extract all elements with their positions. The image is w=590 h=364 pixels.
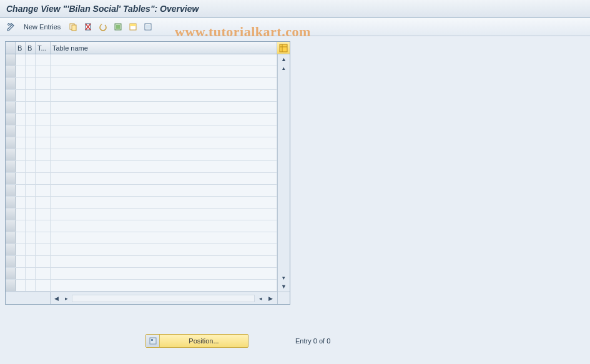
row-selector[interactable] [6,244,16,255]
cell-b2[interactable] [26,173,36,184]
cell-b2[interactable] [26,78,36,89]
cell-b1[interactable] [16,173,26,184]
scroll-right-button[interactable]: ▶ [266,294,275,303]
cell-t[interactable] [36,78,51,89]
cell-b2[interactable] [26,125,36,137]
toggle-display-change-button[interactable] [5,21,17,33]
copy-as-button[interactable] [67,21,79,33]
horizontal-scrollbar[interactable]: ◀ ▸ ◂ ▶ [51,292,277,304]
cell-b2[interactable] [26,256,36,267]
scroll-up-step-button[interactable]: ▴ [280,64,288,72]
cell-b2[interactable] [26,102,36,113]
grid-header-table-name[interactable]: Table name [51,42,277,54]
cell-b2[interactable] [26,280,36,291]
cell-table-name[interactable] [51,232,277,243]
cell-b1[interactable] [16,185,26,196]
table-row[interactable] [6,220,277,232]
cell-b1[interactable] [16,244,26,255]
cell-b2[interactable] [26,137,36,149]
row-selector[interactable] [6,78,16,89]
table-row[interactable] [6,54,277,66]
row-selector[interactable] [6,185,16,196]
row-selector[interactable] [6,173,16,184]
cell-table-name[interactable] [51,78,277,89]
cell-t[interactable] [36,102,51,113]
cell-table-name[interactable] [51,161,277,172]
cell-table-name[interactable] [51,90,277,101]
row-selector[interactable] [6,114,16,125]
cell-b2[interactable] [26,161,36,172]
cell-table-name[interactable] [51,197,277,208]
cell-b1[interactable] [16,149,26,160]
table-row[interactable] [6,114,277,125]
cell-t[interactable] [36,149,51,160]
cell-b1[interactable] [16,232,26,243]
row-selector[interactable] [6,220,16,232]
row-selector[interactable] [6,125,16,137]
scroll-left-button[interactable]: ◀ [52,294,61,303]
cell-t[interactable] [36,185,51,196]
cell-t[interactable] [36,197,51,208]
undo-change-button[interactable] [97,21,109,33]
cell-b1[interactable] [16,256,26,267]
scroll-up-button[interactable]: ▲ [280,55,288,64]
cell-t[interactable] [36,66,51,77]
cell-t[interactable] [36,280,51,291]
cell-t[interactable] [36,173,51,184]
cell-t[interactable] [36,244,51,255]
cell-table-name[interactable] [51,244,277,255]
cell-b1[interactable] [16,209,26,220]
cell-b1[interactable] [16,66,26,77]
cell-table-name[interactable] [51,149,277,160]
row-selector[interactable] [6,232,16,243]
table-row[interactable] [6,232,277,244]
grid-config-button[interactable] [277,42,290,54]
grid-header-t[interactable]: T... [36,42,51,54]
cell-b1[interactable] [16,268,26,279]
cell-table-name[interactable] [51,54,277,66]
cell-t[interactable] [36,209,51,220]
cell-t[interactable] [36,161,51,172]
grid-header-b2[interactable]: B [26,42,36,54]
cell-b2[interactable] [26,220,36,232]
scroll-down-step-button[interactable]: ▾ [280,273,288,282]
scroll-down-button[interactable]: ▼ [280,282,288,291]
table-row[interactable] [6,280,277,292]
cell-b2[interactable] [26,244,36,255]
cell-table-name[interactable] [51,256,277,267]
table-row[interactable] [6,268,277,280]
cell-b1[interactable] [16,220,26,232]
cell-b2[interactable] [26,149,36,160]
vertical-scrollbar[interactable]: ▲ ▴ ▾ ▼ [277,54,290,292]
cell-table-name[interactable] [51,137,277,149]
cell-b1[interactable] [16,54,26,66]
cell-b2[interactable] [26,197,36,208]
cell-b1[interactable] [16,137,26,149]
cell-table-name[interactable] [51,220,277,232]
position-button[interactable]: Position... [145,334,248,348]
row-selector[interactable] [6,209,16,220]
table-row[interactable] [6,78,277,90]
table-row[interactable] [6,66,277,78]
table-row[interactable] [6,125,277,137]
cell-table-name[interactable] [51,280,277,291]
cell-b1[interactable] [16,280,26,291]
row-selector[interactable] [6,66,16,77]
cell-b2[interactable] [26,114,36,125]
table-row[interactable] [6,102,277,114]
grid-header-b1[interactable]: B [16,42,26,54]
cell-b1[interactable] [16,125,26,137]
row-selector[interactable] [6,197,16,208]
table-row[interactable] [6,209,277,220]
cell-b2[interactable] [26,268,36,279]
cell-b2[interactable] [26,90,36,101]
cell-table-name[interactable] [51,125,277,137]
hscroll-track[interactable] [72,295,255,302]
row-selector[interactable] [6,90,16,101]
cell-b1[interactable] [16,78,26,89]
cell-t[interactable] [36,268,51,279]
grid-header-selector[interactable] [6,42,16,54]
cell-b1[interactable] [16,197,26,208]
table-row[interactable] [6,256,277,268]
cell-table-name[interactable] [51,173,277,184]
